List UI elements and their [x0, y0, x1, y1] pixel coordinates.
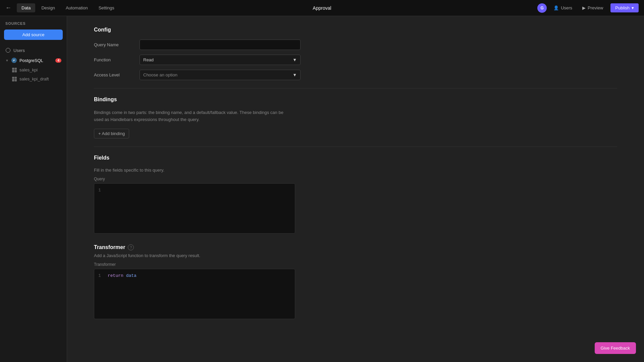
- user-icon: [5, 48, 11, 53]
- users-label: Users: [561, 5, 572, 10]
- publish-button[interactable]: Publish ▾: [610, 3, 639, 12]
- function-select[interactable]: Read ▼: [140, 55, 301, 65]
- users-button[interactable]: 👤 Users: [551, 4, 575, 12]
- query-name-label: Query Name: [94, 42, 134, 47]
- fields-description: Fill in the fields specific to this quer…: [94, 168, 617, 173]
- sidebar-title: Sources: [0, 21, 67, 29]
- sidebar-postgresql-label: PostgreSQL: [19, 58, 43, 63]
- function-value: Read: [143, 57, 154, 62]
- query-line-numbers: 1: [98, 188, 104, 229]
- query-name-input[interactable]: [140, 40, 301, 50]
- transformer-description: Add a JavaScript function to transform t…: [94, 253, 617, 258]
- transformer-code-variable: data: [126, 273, 137, 278]
- sidebar-item-sales-kpi[interactable]: sales_kpi: [0, 65, 67, 74]
- sales-kpi-label: sales_kpi: [19, 67, 38, 72]
- bindings-title: Bindings: [94, 97, 617, 103]
- fields-title: Fields: [94, 155, 617, 161]
- sidebar-item-users[interactable]: Users: [0, 45, 67, 55]
- bindings-section: Bindings Bindings come in two parts: the…: [94, 97, 617, 138]
- tab-data[interactable]: Data: [17, 3, 35, 12]
- function-chevron-icon: ▼: [292, 57, 297, 62]
- access-level-placeholder: Choose an option: [143, 72, 177, 77]
- fields-section: Fields Fill in the fields specific to th…: [94, 155, 617, 234]
- config-title: Config: [94, 27, 617, 33]
- help-icon[interactable]: ?: [128, 244, 134, 250]
- table-icon-2: [12, 77, 17, 81]
- preview-label: Preview: [588, 5, 603, 10]
- sidebar-item-sales-kpi-draft[interactable]: sales_kpi_draft: [0, 74, 67, 83]
- table-icon: [12, 68, 17, 72]
- config-section: Config Query Name Function Read ▼ Access…: [94, 27, 617, 80]
- publish-label: Publish: [615, 5, 630, 10]
- query-field-label: Query: [94, 177, 617, 181]
- divider-1: [94, 88, 617, 88]
- function-label: Function: [94, 57, 134, 62]
- top-nav: ← Data Design Automation Settings Approv…: [0, 0, 644, 16]
- sidebar-item-postgresql[interactable]: ▼ P PostgreSQL 4: [0, 55, 67, 65]
- query-code-content: [108, 188, 291, 229]
- transformer-title: Transformer: [94, 244, 125, 250]
- add-source-button[interactable]: Add source: [4, 29, 63, 40]
- bindings-description: Bindings come in two parts: the binding …: [94, 109, 288, 123]
- postgres-icon: P: [11, 58, 17, 63]
- avatar: G: [537, 3, 547, 13]
- query-name-row: Query Name: [94, 40, 617, 50]
- preview-icon: ▶: [582, 5, 586, 10]
- back-button[interactable]: ←: [5, 4, 11, 11]
- function-row: Function Read ▼: [94, 55, 617, 65]
- transformer-field-label: Transformer: [94, 262, 617, 267]
- page-title: Approval: [313, 5, 331, 11]
- query-line-1: 1: [98, 188, 104, 193]
- preview-button[interactable]: ▶ Preview: [579, 4, 606, 12]
- transformer-code-editor[interactable]: 1 return data: [94, 269, 295, 319]
- give-feedback-button[interactable]: Give Feedback: [595, 342, 636, 354]
- transformer-line-1: 1: [98, 273, 104, 278]
- main-layout: Sources Add source Users ▼ P PostgreSQL …: [0, 16, 644, 362]
- chevron-down-icon: ▼: [5, 59, 9, 62]
- transformer-line-numbers: 1: [98, 273, 104, 315]
- nav-right: G 👤 Users ▶ Preview Publish ▾: [537, 3, 639, 13]
- transformer-header: Transformer ?: [94, 244, 617, 250]
- access-level-label: Access Level: [94, 72, 134, 77]
- content-area: Config Query Name Function Read ▼ Access…: [67, 16, 644, 362]
- query-code-editor[interactable]: 1: [94, 183, 295, 234]
- nav-tabs: Data Design Automation Settings: [17, 3, 119, 12]
- access-level-chevron-icon: ▼: [292, 72, 297, 77]
- tab-design[interactable]: Design: [37, 3, 59, 12]
- sidebar: Sources Add source Users ▼ P PostgreSQL …: [0, 16, 67, 362]
- sidebar-users-label: Users: [13, 48, 25, 53]
- sales-kpi-draft-label: sales_kpi_draft: [19, 76, 49, 81]
- users-icon: 👤: [553, 5, 559, 10]
- tab-settings[interactable]: Settings: [94, 3, 119, 12]
- transformer-code-content: return data: [108, 273, 291, 315]
- access-level-row: Access Level Choose an option ▼: [94, 70, 617, 80]
- publish-caret-icon: ▾: [632, 5, 634, 10]
- divider-2: [94, 146, 617, 147]
- postgresql-badge: 4: [55, 58, 61, 63]
- access-level-select[interactable]: Choose an option ▼: [140, 70, 301, 80]
- transformer-code-keyword: return: [108, 273, 123, 278]
- add-binding-button[interactable]: + Add binding: [94, 129, 129, 138]
- transformer-section: Transformer ? Add a JavaScript function …: [94, 244, 617, 319]
- tab-automation[interactable]: Automation: [61, 3, 93, 12]
